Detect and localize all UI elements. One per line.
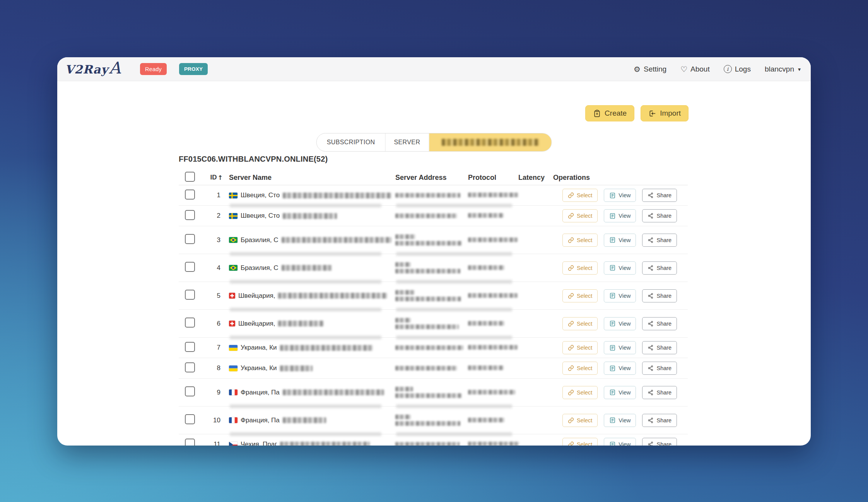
share-icon [648, 441, 654, 446]
tab-subscription[interactable]: SUBSCRIPTION [317, 133, 386, 151]
share-button[interactable]: Share [642, 189, 677, 202]
select-button[interactable]: Select [562, 341, 598, 354]
share-button[interactable]: Share [642, 209, 677, 222]
select-button[interactable]: Select [562, 386, 598, 399]
view-button[interactable]: View [604, 209, 636, 222]
redacted-server-name [282, 265, 332, 271]
row-id: 10 [200, 417, 225, 424]
nav-about[interactable]: ♡ About [680, 65, 710, 73]
row-checkbox[interactable] [185, 362, 195, 372]
user-menu[interactable]: blancvpn ▾ [765, 65, 801, 73]
server-name-cell: Бразилия, С [225, 236, 391, 244]
view-button[interactable]: View [604, 289, 636, 302]
share-button[interactable]: Share [642, 261, 677, 275]
redacted-server-address [395, 290, 415, 295]
view-button[interactable]: View [604, 189, 636, 202]
select-button[interactable]: Select [562, 189, 598, 202]
protocol-cell [464, 417, 514, 424]
status-ready-badge[interactable]: Ready [140, 63, 167, 75]
nav-logs[interactable]: i Logs [724, 65, 751, 73]
share-icon [648, 237, 654, 243]
share-button[interactable]: Share [642, 362, 677, 375]
sort-asc-icon: ↑ [218, 174, 223, 181]
row-checkbox[interactable] [185, 210, 195, 220]
share-icon [648, 293, 654, 299]
select-button[interactable]: Select [562, 317, 598, 330]
create-button[interactable]: Create [585, 105, 634, 121]
link-icon [568, 265, 574, 271]
tab-server[interactable]: SERVER [385, 133, 429, 151]
column-id[interactable]: ID ↑ [200, 174, 225, 181]
server-table: ID ↑ Server Name Server Address Protocol… [179, 170, 688, 446]
blur-artifact [230, 336, 381, 339]
import-button[interactable]: Import [641, 105, 689, 121]
view-button[interactable]: View [604, 362, 636, 375]
row-checkbox[interactable] [185, 190, 195, 200]
column-server-address: Server Address [391, 174, 464, 182]
view-button[interactable]: View [604, 317, 636, 330]
share-button-label: Share [656, 192, 672, 198]
row-checkbox[interactable] [185, 414, 195, 424]
share-button[interactable]: Share [642, 414, 677, 427]
view-button[interactable]: View [604, 341, 636, 354]
row-checkbox[interactable] [185, 262, 195, 272]
row-id: 3 [200, 236, 225, 244]
row-checkbox[interactable] [185, 234, 195, 244]
share-button[interactable]: Share [642, 386, 677, 399]
select-button[interactable]: Select [562, 414, 598, 427]
proxy-mode-badge[interactable]: PROXY [179, 63, 208, 75]
document-icon [609, 265, 616, 271]
share-button[interactable]: Share [642, 234, 677, 247]
view-button[interactable]: View [604, 261, 636, 275]
select-button[interactable]: Select [562, 438, 598, 446]
server-address-cell [391, 442, 464, 446]
share-button[interactable]: Share [642, 341, 677, 354]
share-button[interactable]: Share [642, 289, 677, 302]
server-name-cell: Украина, Ки [225, 344, 391, 352]
server-name-text: Бразилия, С [241, 264, 279, 272]
row-checkbox[interactable] [185, 290, 195, 300]
redacted-server-name [278, 321, 324, 326]
redacted-server-address [395, 234, 415, 239]
row-checkbox[interactable] [185, 318, 195, 328]
column-server-name: Server Name [225, 174, 391, 182]
tab-active-subscription[interactable] [429, 133, 551, 151]
document-icon [609, 237, 616, 243]
row-checkbox[interactable] [185, 439, 195, 446]
select-button-label: Select [577, 441, 592, 446]
view-button[interactable]: View [604, 438, 636, 446]
select-button-label: Select [577, 293, 592, 299]
select-button[interactable]: Select [562, 289, 598, 302]
view-button-label: View [619, 293, 630, 299]
operations-cell: SelectViewShare [545, 438, 688, 446]
share-button[interactable]: Share [642, 317, 677, 330]
protocol-cell [464, 191, 514, 199]
flag-czechia-icon [229, 442, 238, 446]
view-button[interactable]: View [604, 234, 636, 247]
share-icon [648, 265, 654, 271]
select-button[interactable]: Select [562, 209, 598, 222]
blur-artifact [230, 405, 381, 408]
share-button[interactable]: Share [642, 438, 677, 446]
share-icon [648, 345, 654, 351]
select-button[interactable]: Select [562, 234, 598, 247]
redacted-server-name [283, 389, 384, 395]
view-button[interactable]: View [604, 414, 636, 427]
gear-icon: ⚙ [634, 65, 641, 73]
row-checkbox[interactable] [185, 386, 195, 396]
link-icon [568, 417, 574, 423]
select-all-checkbox[interactable] [185, 172, 195, 182]
server-address-cell [391, 290, 464, 301]
redacted-server-address [395, 387, 413, 391]
redacted-protocol [468, 418, 504, 422]
row-checkbox[interactable] [185, 342, 195, 352]
flag-sweden-icon [229, 213, 238, 219]
select-button[interactable]: Select [562, 261, 598, 275]
server-address-cell [391, 366, 464, 371]
select-button[interactable]: Select [562, 362, 598, 375]
view-button[interactable]: View [604, 386, 636, 399]
view-button-label: View [619, 237, 630, 243]
app-logo[interactable]: V2Ray A [65, 62, 121, 76]
nav-setting[interactable]: ⚙ Setting [634, 65, 666, 73]
select-button-label: Select [577, 213, 592, 219]
